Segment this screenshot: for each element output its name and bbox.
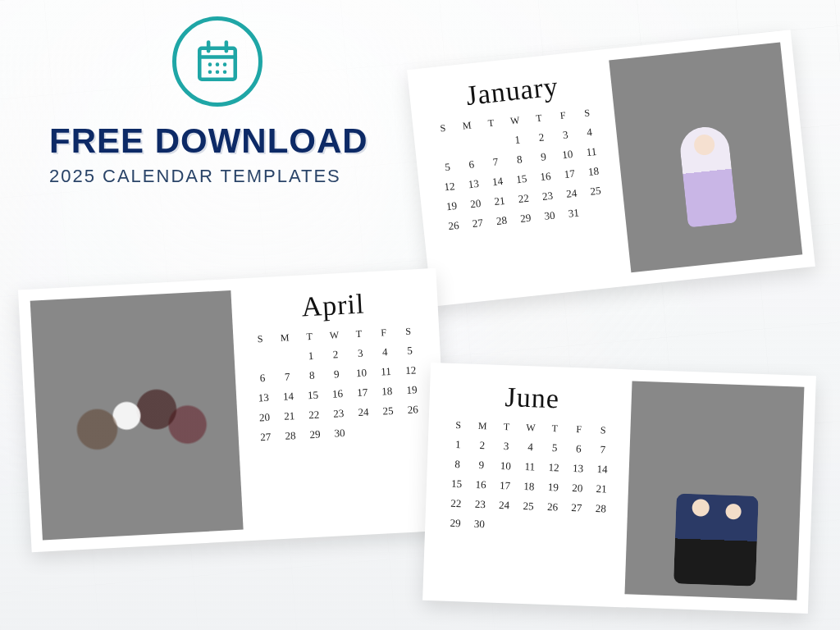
day-cell: 24 [492,495,517,516]
calendar-icon [172,16,262,107]
day-cell [456,134,482,156]
header-block: FREE DOWNLOAD 2025 CALENDAR TEMPLATES [49,16,418,187]
day-cell: 15 [509,168,535,190]
day-cell: 8 [506,148,532,171]
day-cell [273,347,299,368]
day-cell [352,422,377,443]
dow-cell: T [478,112,504,134]
svg-point-4 [208,62,212,66]
day-cell: 29 [513,208,539,230]
dow-cell: M [272,328,298,349]
day-cell: 26 [400,399,426,421]
day-cell: 25 [516,496,541,517]
dow-cell: S [591,421,616,441]
photo-june [624,381,804,600]
calendar-grid-january: January SMTWTFS 123456789101112131415161… [420,62,623,294]
day-cell: 10 [349,363,374,384]
day-cell: 2 [470,436,495,456]
photo-april [30,290,244,540]
day-cell [564,518,588,538]
day-cell [249,348,274,369]
day-cell: 13 [565,459,590,479]
day-cell: 25 [375,400,400,422]
day-cell [432,137,459,159]
dow-cell: F [550,105,577,126]
calendar-table: SMTWTFS 12345678910111213141516171819202… [443,416,616,539]
day-cell: 28 [489,210,515,232]
day-cell: 21 [486,190,513,212]
calendar-grid-april: April SMTWTFS 12345678910111213141516171… [239,281,437,529]
dow-cell: S [431,118,457,139]
day-cell: 5 [542,438,567,459]
day-cell: 7 [275,367,300,388]
day-cell: 30 [326,423,352,445]
dow-cell: S [446,416,471,436]
day-cell: 14 [276,386,301,408]
subline-text: 2025 CALENDAR TEMPLATES [49,166,418,187]
month-title: June [447,380,617,417]
day-cell: 16 [468,475,493,495]
day-cell: 3 [348,343,373,364]
calendar-card-june: June SMTWTFS 123456789101112131415161718… [422,363,816,614]
day-cell: 4 [518,437,543,458]
day-cell [585,200,611,222]
day-cell: 26 [540,497,564,518]
photo-january [609,43,802,273]
day-cell: 24 [559,183,585,205]
day-cell: 20 [565,478,590,499]
day-cell: 15 [300,385,326,406]
dow-cell: S [248,329,273,349]
dow-cell: T [297,326,322,347]
day-cell: 12 [541,458,566,478]
day-cell: 11 [373,361,399,382]
dow-cell: M [471,417,495,436]
month-title: April [246,285,421,326]
day-cell: 27 [253,427,278,448]
day-cell [401,419,427,441]
day-cell: 21 [589,479,614,500]
day-cell: 3 [494,436,518,457]
day-cell: 16 [532,166,559,188]
svg-point-5 [216,62,220,66]
svg-point-7 [208,70,212,74]
day-cell: 13 [460,173,486,195]
headline-text: FREE DOWNLOAD [49,121,418,161]
day-cell: 9 [531,146,557,168]
day-cell: 8 [299,365,325,386]
day-cell: 11 [518,457,542,477]
dow-cell: W [502,110,528,131]
day-cell: 29 [302,424,327,445]
dow-cell: S [396,322,422,342]
calendar-card-january: January SMTWTFS 123456789101112131415161… [407,30,815,307]
day-cell: 26 [441,215,467,237]
day-cell: 30 [536,205,563,227]
calendar-grid-june: June SMTWTFS 123456789101112131415161718… [435,374,624,596]
day-cell [540,517,564,537]
dow-cell: T [543,419,568,439]
day-cell: 1 [298,345,323,367]
day-cell: 18 [374,381,399,402]
day-cell: 16 [325,384,350,405]
day-cell: 18 [517,477,541,497]
day-cell: 9 [469,455,494,476]
day-cell: 22 [301,404,326,426]
dow-cell: S [574,103,600,124]
day-cell: 9 [324,364,349,386]
day-cell: 18 [581,161,607,183]
day-cell: 12 [436,176,463,198]
day-cell: 20 [463,193,489,215]
day-cell: 15 [445,474,469,495]
day-cell: 14 [590,459,614,480]
day-cell: 13 [251,387,276,409]
svg-point-8 [216,70,220,74]
day-cell: 29 [443,514,468,534]
dow-cell: W [518,418,543,438]
day-cell: 19 [541,477,565,498]
day-cell [491,515,516,536]
day-cell [377,420,402,441]
dow-cell: W [322,326,347,346]
day-cell: 17 [556,163,582,185]
dow-cell: M [454,116,481,137]
day-cell: 19 [399,380,424,401]
day-cell: 30 [467,514,491,535]
